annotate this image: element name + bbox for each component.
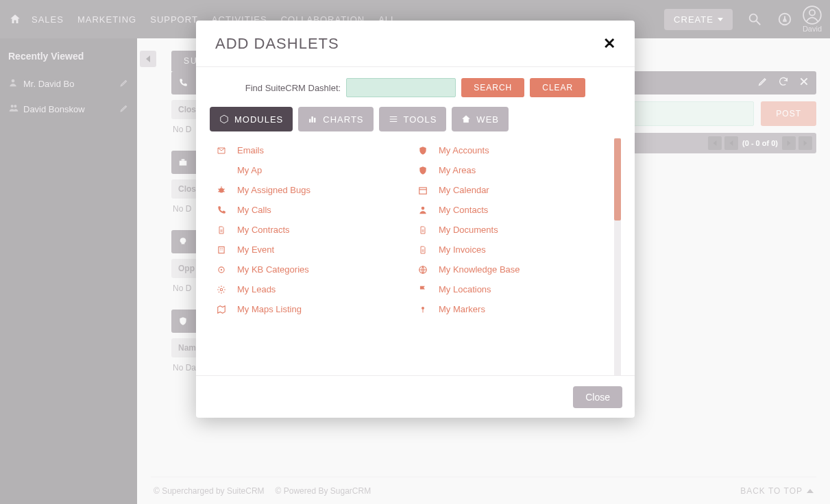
dashlet-item[interactable]: My Ap bbox=[215, 165, 406, 175]
tools-icon bbox=[389, 114, 398, 124]
dashlet-item[interactable]: My Markers bbox=[417, 304, 607, 314]
svg-rect-18 bbox=[419, 187, 427, 193]
dashlet-label: My Event bbox=[237, 244, 274, 255]
modal-close-x[interactable]: ✕ bbox=[603, 35, 615, 53]
dashlet-icon bbox=[417, 285, 429, 294]
dashlet-label: My Calls bbox=[237, 205, 271, 215]
dashlet-icon bbox=[417, 265, 429, 275]
find-dashlet-input[interactable] bbox=[346, 78, 456, 97]
dashlet-label: My Locations bbox=[439, 284, 491, 294]
tab-tools[interactable]: TOOLS bbox=[379, 107, 447, 131]
svg-point-16 bbox=[221, 268, 222, 270]
svg-point-13 bbox=[219, 188, 224, 192]
svg-rect-14 bbox=[219, 247, 224, 253]
dashlet-label: My Contracts bbox=[237, 225, 290, 235]
dashlet-icon bbox=[417, 245, 429, 255]
dashlet-label: My Maps Listing bbox=[237, 304, 302, 314]
dashlet-label: My Markers bbox=[439, 304, 485, 314]
tab-web[interactable]: WEB bbox=[452, 107, 509, 131]
modal-close-button[interactable]: Close bbox=[573, 386, 622, 408]
dashlet-item[interactable]: My Event bbox=[215, 244, 406, 255]
dashlet-icon bbox=[215, 225, 228, 235]
dashlet-icon bbox=[215, 285, 228, 294]
dashlet-icon bbox=[215, 205, 228, 215]
dashlet-icon bbox=[417, 225, 429, 235]
dashlet-icon bbox=[215, 305, 228, 314]
bar-chart-icon bbox=[308, 114, 317, 124]
dashlet-label: My Areas bbox=[439, 165, 476, 175]
dashlet-label: My KB Categories bbox=[237, 264, 309, 275]
svg-rect-11 bbox=[312, 117, 313, 123]
dashlet-label: Emails bbox=[237, 145, 264, 155]
dashlet-label: My Calendar bbox=[439, 185, 489, 195]
dashlet-item[interactable]: My Assigned Bugs bbox=[215, 185, 406, 195]
dashlet-icon bbox=[417, 166, 429, 175]
find-dashlet-label: Find SuiteCRM Dashlet: bbox=[245, 83, 341, 93]
add-dashlets-modal: ADD DASHLETS ✕ Find SuiteCRM Dashlet: SE… bbox=[196, 21, 635, 418]
search-button[interactable]: SEARCH bbox=[461, 78, 524, 97]
dashlet-item[interactable]: My KB Categories bbox=[215, 264, 406, 275]
dashlet-icon bbox=[215, 245, 228, 255]
dashlet-label: My Knowledge Base bbox=[439, 264, 520, 275]
cube-icon bbox=[219, 114, 229, 124]
dashlet-icon bbox=[417, 305, 429, 314]
dashlet-item[interactable]: My Accounts bbox=[417, 145, 607, 155]
dashlet-item[interactable]: My Documents bbox=[417, 225, 607, 235]
svg-point-17 bbox=[220, 288, 223, 291]
dashlet-label: My Assigned Bugs bbox=[237, 185, 310, 195]
clear-button[interactable]: CLEAR bbox=[530, 78, 585, 97]
dashlet-item[interactable]: My Maps Listing bbox=[215, 304, 406, 314]
dashlet-icon bbox=[215, 147, 228, 155]
svg-point-21 bbox=[422, 307, 424, 310]
dashlet-icon bbox=[417, 146, 429, 155]
dashlet-item[interactable]: My Calls bbox=[215, 205, 406, 215]
dashlet-label: My Contacts bbox=[439, 205, 488, 215]
home-icon bbox=[461, 114, 471, 124]
tab-charts[interactable]: CHARTS bbox=[298, 107, 373, 131]
dashlet-label: My Ap bbox=[237, 165, 262, 175]
dashlet-label: My Leads bbox=[237, 284, 276, 294]
tab-modules[interactable]: MODULES bbox=[210, 107, 293, 131]
dashlet-item[interactable]: My Areas bbox=[417, 165, 607, 175]
dashlet-label: My Invoices bbox=[439, 244, 486, 255]
dashlet-item[interactable]: My Invoices bbox=[417, 244, 607, 255]
dashlet-item[interactable]: My Knowledge Base bbox=[417, 264, 607, 275]
scrollbar-thumb[interactable] bbox=[614, 138, 621, 220]
svg-point-19 bbox=[422, 206, 425, 210]
dashlet-item[interactable]: My Contacts bbox=[417, 205, 607, 215]
dashlet-icon bbox=[417, 205, 429, 215]
dashlet-item[interactable]: My Locations bbox=[417, 284, 607, 294]
dashlet-item[interactable]: My Leads bbox=[215, 284, 406, 294]
dashlet-item[interactable]: My Contracts bbox=[215, 225, 406, 235]
dashlet-item[interactable]: Emails bbox=[215, 145, 406, 155]
dashlet-list: EmailsMy ApMy Assigned BugsMy CallsMy Co… bbox=[210, 138, 621, 375]
dashlet-label: My Documents bbox=[439, 225, 498, 235]
modal-title: ADD DASHLETS bbox=[215, 35, 339, 53]
dashlet-icon bbox=[215, 265, 228, 275]
svg-rect-12 bbox=[315, 118, 316, 122]
dashlet-item[interactable]: My Calendar bbox=[417, 185, 607, 195]
svg-rect-10 bbox=[310, 119, 311, 123]
dashlet-icon bbox=[215, 186, 228, 195]
dashlet-icon bbox=[417, 186, 429, 195]
dashlet-label: My Accounts bbox=[439, 145, 489, 155]
